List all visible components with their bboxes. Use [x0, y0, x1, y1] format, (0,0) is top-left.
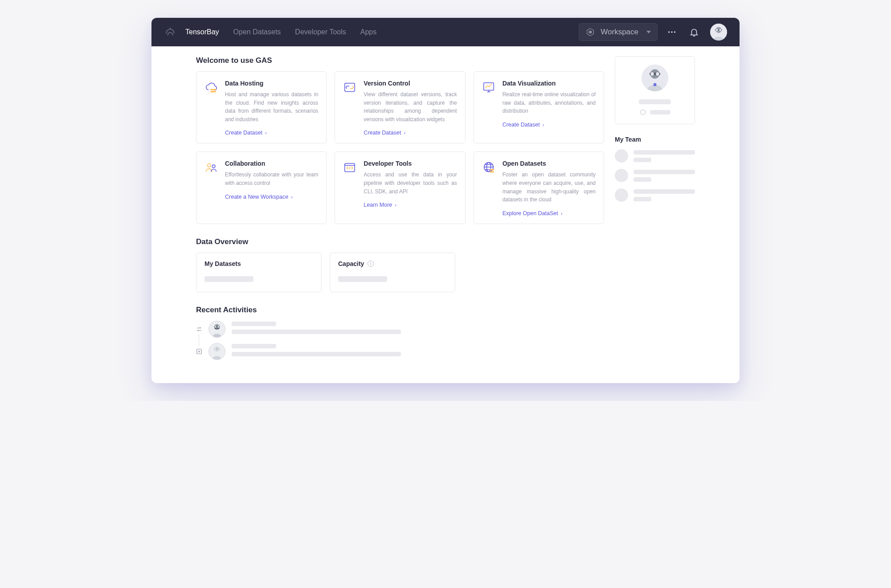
team-row [615, 188, 695, 202]
svg-point-4 [671, 31, 673, 33]
svg-point-36 [650, 72, 654, 76]
svg-point-32 [217, 348, 219, 350]
learn-more-link[interactable]: Learn More › [364, 202, 457, 208]
svg-point-5 [674, 31, 676, 33]
chevron-right-icon: › [395, 202, 396, 208]
svg-rect-11 [210, 89, 216, 90]
svg-point-9 [716, 29, 718, 31]
card-data-hosting: Data Hosting Host and manage various dat… [196, 71, 327, 143]
svg-point-3 [668, 31, 670, 33]
skeleton-placeholder [634, 197, 651, 201]
card-collaboration: Collaboration Effortlessly collaborate w… [196, 151, 327, 224]
profile-avatar [642, 65, 668, 91]
people-icon [204, 161, 219, 175]
skeleton-placeholder [338, 276, 387, 282]
chevron-right-icon: › [265, 130, 267, 135]
card-link-label: Create Dataset [364, 130, 401, 136]
globe-icon [482, 161, 496, 175]
card-desc: Effortlessly collaborate with your team … [225, 171, 318, 187]
svg-point-37 [656, 72, 659, 76]
recent-activities-title: Recent Activities [196, 306, 604, 314]
svg-point-38 [654, 83, 657, 86]
data-overview-title: Data Overview [196, 237, 604, 246]
my-datasets-title: My Datasets [204, 260, 313, 267]
activity-avatar [208, 321, 225, 338]
svg-point-15 [208, 164, 211, 167]
create-workspace-link[interactable]: Create a New Workspace › [225, 194, 318, 200]
user-avatar[interactable] [710, 24, 727, 41]
create-dataset-link[interactable]: Create Dataset › [225, 130, 318, 136]
workspace-selector[interactable]: Workspace [579, 23, 658, 41]
profile-card [615, 56, 695, 124]
svg-rect-20 [490, 169, 494, 171]
welcome-cards-grid: Data Hosting Host and manage various dat… [196, 71, 604, 224]
notifications-button[interactable] [686, 24, 702, 40]
skeleton-placeholder [650, 110, 670, 114]
svg-point-10 [719, 29, 721, 31]
chevron-right-icon: › [404, 130, 405, 135]
plus-box-icon [196, 348, 202, 355]
capacity-card: Capacity i [330, 253, 455, 292]
hex-icon [639, 109, 646, 116]
side-column: My Team [615, 56, 695, 202]
skeleton-placeholder [634, 177, 651, 182]
chart-icon [482, 81, 496, 95]
activity-body [232, 321, 604, 334]
team-row [615, 149, 695, 163]
skeleton-placeholder [232, 344, 276, 348]
activity-body [232, 343, 604, 356]
nav-developer-tools[interactable]: Developer Tools [295, 28, 346, 36]
logo-icon [164, 26, 176, 38]
profile-meta-row [639, 109, 670, 116]
card-data-visualization: Data Visualization Realize real-time onl… [474, 71, 604, 143]
my-team-title: My Team [615, 136, 695, 143]
more-menu-button[interactable] [664, 24, 680, 40]
explore-open-dataset-link[interactable]: Explore Open DataSet › [503, 210, 596, 216]
chevron-down-icon [646, 31, 651, 33]
nav-tensorbay[interactable]: TensorBay [185, 28, 219, 36]
card-title: Developer Tools [364, 160, 457, 167]
info-icon[interactable]: i [368, 261, 374, 267]
card-link-label: Create a New Workspace [225, 194, 288, 200]
card-title: Open Datasets [503, 160, 596, 167]
svg-rect-21 [490, 172, 494, 173]
card-desc: Host and manage various datasets in the … [225, 90, 318, 123]
svg-marker-39 [641, 110, 646, 115]
skeleton-placeholder [232, 352, 401, 356]
activity-avatar [208, 343, 225, 360]
team-avatar [615, 149, 628, 163]
svg-point-25 [215, 326, 217, 327]
card-open-datasets: Open Datasets Foster an open dataset com… [474, 151, 604, 224]
skeleton-placeholder [232, 322, 276, 326]
svg-point-16 [212, 165, 215, 168]
welcome-title: Welcome to use GAS [196, 56, 604, 65]
svg-rect-12 [210, 91, 216, 92]
chevron-right-icon: › [543, 122, 544, 127]
nav-apps[interactable]: Apps [360, 28, 376, 36]
app-window: TensorBay Open Datasets Developer Tools … [151, 18, 740, 383]
card-title: Collaboration [225, 160, 318, 167]
main-column: Welcome to use GAS Data Host [196, 56, 604, 365]
svg-point-31 [215, 348, 217, 350]
card-title: Version Control [364, 80, 457, 87]
card-developer-tools: Developer Tools Access and use the data … [335, 151, 465, 224]
nav-open-datasets[interactable]: Open Datasets [233, 28, 281, 36]
create-dataset-link[interactable]: Create Dataset › [364, 130, 457, 136]
card-link-label: Learn More [364, 202, 392, 208]
card-link-label: Create Dataset [503, 122, 540, 128]
skeleton-placeholder [634, 150, 695, 155]
card-version-control: Version Control View different dataset v… [335, 71, 465, 143]
team-avatar [615, 188, 628, 202]
chevron-right-icon: › [561, 211, 563, 216]
skeleton-placeholder [639, 99, 671, 104]
skeleton-placeholder [634, 170, 695, 174]
team-row [615, 169, 695, 182]
create-dataset-link[interactable]: Create Dataset › [503, 122, 596, 128]
chevron-right-icon: › [291, 194, 293, 200]
card-title: Data Hosting [225, 80, 318, 87]
header-bar: TensorBay Open Datasets Developer Tools … [151, 18, 740, 46]
my-datasets-card: My Datasets [196, 253, 322, 292]
data-overview-grid: My Datasets Capacity i [196, 253, 604, 292]
card-link-label: Create Dataset [225, 130, 262, 136]
skeleton-placeholder [204, 276, 253, 282]
